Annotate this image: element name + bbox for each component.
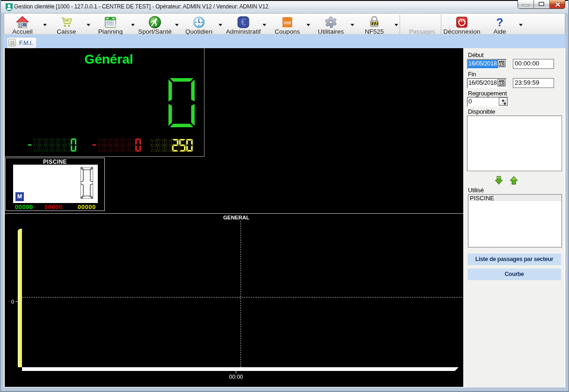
svg-text:15: 15	[500, 62, 504, 66]
svg-text:€: €	[241, 17, 246, 28]
svg-text:?: ?	[496, 16, 503, 29]
svg-text:15: 15	[500, 81, 504, 86]
